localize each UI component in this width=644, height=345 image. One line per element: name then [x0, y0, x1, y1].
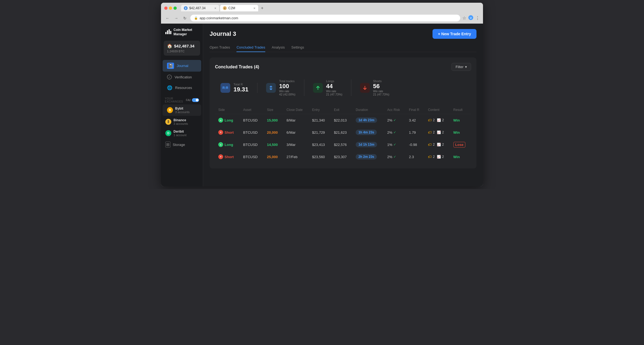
trade-content: 🏷 2 📈 2 — [425, 139, 450, 151]
side-dot-short: ▼ — [218, 130, 223, 135]
exchange-bybit[interactable]: B Bybit 3 accounts — [163, 104, 201, 116]
content-tag: 2 — [433, 130, 435, 134]
trade-exit: $22,576 — [331, 139, 352, 151]
tab-settings[interactable]: Settings — [291, 43, 304, 52]
tab-btc-close[interactable]: ✕ — [214, 7, 216, 10]
logo: Coin MarketManager — [161, 28, 203, 41]
exchange-deribit[interactable]: D Deribit 1 account — [161, 127, 203, 139]
address-bar[interactable]: 🔒 app.coinmarketman.com — [190, 15, 460, 21]
sidebar-item-journal[interactable]: 📓 Journal — [163, 60, 201, 72]
sidebar: Coin MarketManager 🏠 $42,487.34 1.24939 … — [161, 24, 203, 186]
content-tag: 2 — [433, 155, 435, 159]
back-button[interactable]: ← — [164, 15, 171, 21]
tag-icon: 🏷 — [428, 155, 432, 159]
col-side: Side — [215, 106, 240, 114]
col-duration: Duration — [352, 106, 384, 114]
sidebar-item-resources-label: Resources — [175, 86, 192, 90]
side-label: Long — [225, 143, 233, 147]
trade-acc-risk: 1% ✓ — [384, 139, 406, 151]
tab-analysis[interactable]: Analysis — [272, 43, 285, 52]
side-label: Long — [225, 118, 233, 122]
close-dot[interactable] — [164, 7, 168, 10]
svg-text:C: C — [224, 7, 225, 9]
wallet-card[interactable]: 🏠 $42,487.34 1.24939 BTC — [164, 41, 200, 56]
shorts-label: Shorts — [373, 79, 389, 83]
trade-side: ▼ Short — [215, 151, 240, 163]
rr-label: Total R — [233, 83, 248, 86]
menu-button[interactable]: ⋮ — [475, 15, 480, 21]
table-row[interactable]: ▲ Long BTCUSD 14,500 3/Mar $23,413 $22,5… — [215, 139, 471, 151]
chart-icon: 📈 — [437, 155, 441, 159]
profile-button[interactable]: U — [468, 15, 473, 21]
sidebar-item-journal-label: Journal — [177, 64, 188, 68]
new-tab-button[interactable]: + — [259, 5, 265, 11]
trade-duration: 1d 1h 13m — [352, 139, 384, 151]
bybit-icon: B — [167, 107, 173, 113]
tab-concluded-trades[interactable]: Concluded Trades — [236, 43, 265, 52]
longs-icon — [313, 83, 323, 93]
chart-icon: 📈 — [437, 143, 441, 146]
table-row[interactable]: ▲ Long BTCUSD 15,000 8/Mar $21,340 $22,0… — [215, 114, 471, 126]
forward-button[interactable]: → — [173, 15, 179, 21]
result-badge: Win — [453, 118, 460, 122]
tab-c2m-label: C2M — [228, 6, 235, 10]
trade-duration: 2h 2m 23s — [352, 151, 384, 163]
trade-content: 🏷 2 📈 2 — [425, 114, 450, 126]
deribit-accounts: 1 account — [173, 133, 187, 137]
svg-rect-5 — [167, 30, 168, 34]
content-chart: 2 — [442, 143, 444, 146]
side-dot-long: ▲ — [218, 142, 223, 147]
storage-label: Storage — [173, 143, 185, 147]
col-content: Content — [425, 106, 450, 114]
trade-entry: $21,729 — [309, 126, 331, 139]
fav-toggle[interactable]: FAV — [186, 98, 199, 102]
trade-side: ▼ Short — [215, 126, 240, 139]
reload-button[interactable]: ↻ — [182, 15, 188, 21]
sidebar-item-resources[interactable]: 🌐 Resources — [163, 82, 201, 93]
trade-size: 25,000 — [264, 151, 283, 163]
deribit-icon: D — [165, 130, 171, 136]
table-row[interactable]: ▼ Short BTCUSD 20,000 6/Mar $21,729 $21,… — [215, 126, 471, 139]
check-icon: ✓ — [393, 118, 396, 122]
filter-button[interactable]: Filter ▾ — [452, 63, 471, 71]
tab-c2m-icon: C — [223, 6, 227, 10]
stat-trades: Total trades 100 Win rate 42 (42.00%) — [266, 79, 304, 96]
minimize-dot[interactable] — [169, 7, 172, 10]
tab-open-trades[interactable]: Open Trades — [210, 43, 230, 52]
fav-toggle-switch[interactable] — [192, 98, 199, 102]
exchange-binance[interactable]: ₿ Binance 3 accounts — [161, 116, 203, 127]
longs-value: 44 — [326, 83, 342, 90]
side-dot-long: ▲ — [218, 118, 223, 123]
trade-close-date: 27/Feb — [283, 151, 309, 163]
trade-result: Win — [450, 151, 471, 163]
tab-c2m[interactable]: C C2M ✕ — [220, 5, 258, 11]
result-badge: Win — [453, 155, 460, 159]
table-row[interactable]: ▼ Short BTCUSD 25,000 27/Feb $23,560 $23… — [215, 151, 471, 163]
tag-icon: 🏷 — [428, 118, 432, 122]
maximize-dot[interactable] — [173, 7, 177, 10]
fav-label: FAV — [186, 99, 191, 102]
duration-badge: 2h 2m 23s — [356, 154, 377, 159]
deribit-name: Deribit — [173, 130, 187, 133]
tab-c2m-close[interactable]: ✕ — [253, 7, 255, 10]
trade-final-r: 2.3 — [406, 151, 425, 163]
section-title: Concluded Trades (4) — [215, 65, 259, 69]
sidebar-item-verification[interactable]: ✔ Verification — [163, 72, 201, 82]
star-button[interactable]: ☆ — [462, 15, 466, 21]
tab-btc[interactable]: ₿ $42,487.34 ✕ — [181, 5, 219, 11]
storage-item[interactable]: ⊞ Storage — [161, 139, 203, 150]
trade-asset: BTCUSD — [240, 139, 264, 151]
binance-info: Binance 3 accounts — [173, 118, 188, 125]
rr-value: 19.31 — [233, 86, 248, 93]
exchanges-label: YOUR EXCHANGES — [165, 97, 186, 103]
trade-exit: $21,623 — [331, 126, 352, 139]
trade-size: 15,000 — [264, 114, 283, 126]
col-result: Result — [450, 106, 471, 114]
result-badge: Win — [453, 130, 460, 135]
content-tag: 2 — [433, 143, 435, 146]
bybit-info: Bybit 3 accounts — [175, 107, 190, 114]
rr-icon: R:R — [220, 83, 230, 93]
new-trade-button[interactable]: + New Trade Entry — [433, 29, 476, 39]
trade-close-date: 8/Mar — [283, 114, 309, 126]
tag-icon: 🏷 — [428, 142, 432, 147]
